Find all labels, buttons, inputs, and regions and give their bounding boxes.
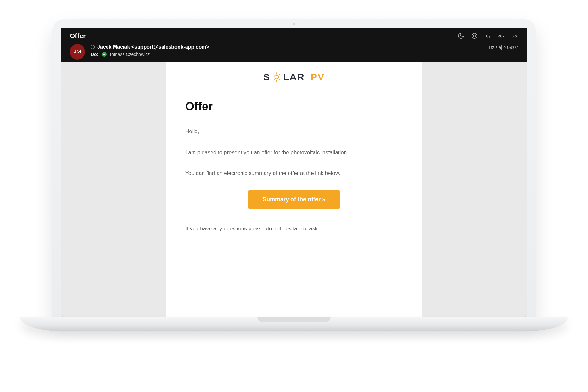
- moon-icon[interactable]: [457, 32, 465, 39]
- sun-icon: [272, 72, 282, 82]
- svg-line-10: [274, 79, 274, 80]
- svg-line-8: [274, 74, 274, 75]
- brand-logo: S: [185, 72, 403, 83]
- to-line: Do: Tomasz Czechowicz: [91, 52, 483, 57]
- sender-avatar: JM: [70, 44, 85, 60]
- email-content: S: [166, 62, 422, 317]
- email-body-viewport: S: [61, 62, 527, 317]
- svg-point-3: [275, 75, 278, 79]
- email-title: Offer: [185, 100, 403, 113]
- svg-line-11: [279, 74, 280, 75]
- unread-indicator-icon: [91, 45, 95, 49]
- from-line: Jacek Maciak <support@salesbook-app.com>: [91, 44, 483, 50]
- email-line-1: I am pleased to present you an offer for…: [185, 148, 403, 157]
- email-greeting: Hello,: [185, 127, 403, 136]
- svg-point-0: [472, 33, 477, 39]
- email-timestamp: Dzisiaj o 09:07: [489, 44, 518, 50]
- laptop-bezel: Offer: [52, 19, 536, 317]
- laptop-mockup: Offer: [52, 19, 536, 331]
- smile-icon[interactable]: [471, 32, 478, 39]
- svg-point-2: [475, 35, 475, 36]
- email-line-3: If you have any questions please do not …: [185, 225, 403, 233]
- forward-icon[interactable]: [511, 32, 518, 39]
- brand-letter-s: S: [263, 72, 270, 83]
- to-label: Do:: [91, 52, 98, 57]
- email-toolbar: [457, 32, 518, 39]
- verified-icon: [102, 52, 107, 57]
- from-text: Jacek Maciak <support@salesbook-app.com>: [97, 44, 209, 50]
- laptop-camera: [293, 23, 295, 25]
- laptop-hinge-notch: [257, 317, 331, 322]
- brand-text-pv: PV: [311, 72, 325, 83]
- reply-icon[interactable]: [484, 32, 491, 39]
- brand-text-lar: LAR: [283, 72, 305, 83]
- email-subject: Offer: [70, 32, 86, 40]
- summary-offer-button[interactable]: Summary of the offer »: [248, 190, 340, 209]
- svg-point-1: [473, 35, 474, 36]
- svg-line-9: [279, 79, 280, 80]
- to-name: Tomasz Czechowicz: [109, 52, 150, 57]
- email-line-2: You can find an electronic summary of th…: [185, 169, 403, 178]
- laptop-screen: Offer: [61, 28, 527, 317]
- email-header: Offer: [61, 28, 527, 62]
- laptop-base: [20, 317, 568, 331]
- reply-all-icon[interactable]: [498, 32, 505, 39]
